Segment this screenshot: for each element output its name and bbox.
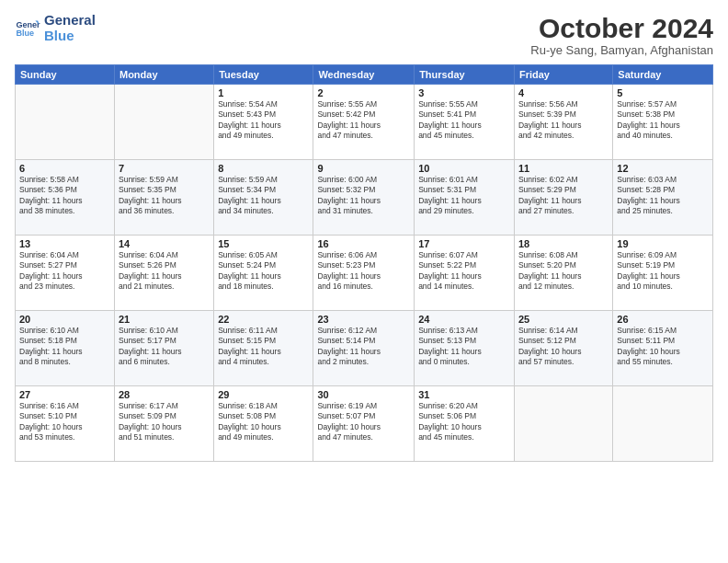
day-number: 5 [617,87,709,98]
day-info: Sunrise: 6:19 AM Sunset: 5:07 PM Dayligh… [317,401,410,443]
day-info: Sunrise: 6:02 AM Sunset: 5:29 PM Dayligh… [518,175,609,217]
day-number: 29 [218,389,309,400]
calendar-cell: 1Sunrise: 5:54 AM Sunset: 5:43 PM Daylig… [214,85,313,160]
day-info: Sunrise: 6:10 AM Sunset: 5:17 PM Dayligh… [119,326,210,368]
day-info: Sunrise: 5:57 AM Sunset: 5:38 PM Dayligh… [617,99,709,142]
calendar-cell: 24Sunrise: 6:13 AM Sunset: 5:13 PM Dayli… [415,311,515,386]
day-number: 16 [317,238,410,249]
day-number: 27 [19,389,110,400]
calendar-cell: 29Sunrise: 6:18 AM Sunset: 5:08 PM Dayli… [214,386,313,462]
week-row-1: 1Sunrise: 5:54 AM Sunset: 5:43 PM Daylig… [16,85,713,160]
day-info: Sunrise: 5:54 AM Sunset: 5:43 PM Dayligh… [218,99,309,142]
day-info: Sunrise: 6:17 AM Sunset: 5:09 PM Dayligh… [119,401,210,443]
day-info: Sunrise: 6:09 AM Sunset: 5:19 PM Dayligh… [617,250,709,293]
day-info: Sunrise: 6:16 AM Sunset: 5:10 PM Dayligh… [19,401,110,443]
day-info: Sunrise: 6:03 AM Sunset: 5:28 PM Dayligh… [617,175,709,217]
day-number: 17 [418,238,510,249]
location: Ru-ye Sang, Bamyan, Afghanistan [530,43,713,57]
week-row-3: 13Sunrise: 6:04 AM Sunset: 5:27 PM Dayli… [16,236,713,311]
day-number: 4 [518,87,609,98]
day-number: 18 [518,238,609,249]
title-block: October 2024 Ru-ye Sang, Bamyan, Afghani… [530,13,713,57]
calendar-cell: 8Sunrise: 5:59 AM Sunset: 5:34 PM Daylig… [214,160,313,236]
calendar-cell: 27Sunrise: 6:16 AM Sunset: 5:10 PM Dayli… [16,386,115,462]
calendar-cell: 30Sunrise: 6:19 AM Sunset: 5:07 PM Dayli… [313,386,415,462]
calendar: SundayMondayTuesdayWednesdayThursdayFrid… [15,64,713,462]
day-number: 12 [617,163,709,174]
day-number: 24 [418,314,510,325]
logo-line1: General [44,13,96,29]
day-number: 2 [317,87,410,98]
day-number: 11 [518,163,609,174]
day-number: 8 [218,163,309,174]
day-info: Sunrise: 6:05 AM Sunset: 5:24 PM Dayligh… [218,250,309,293]
col-header-tuesday: Tuesday [214,65,313,85]
logo-line2: Blue [44,29,96,44]
calendar-cell: 7Sunrise: 5:59 AM Sunset: 5:35 PM Daylig… [114,160,213,236]
day-number: 10 [418,163,510,174]
calendar-cell: 9Sunrise: 6:00 AM Sunset: 5:32 PM Daylig… [313,160,415,236]
calendar-cell: 18Sunrise: 6:08 AM Sunset: 5:20 PM Dayli… [514,236,612,311]
day-info: Sunrise: 6:04 AM Sunset: 5:27 PM Dayligh… [19,250,110,293]
calendar-cell: 19Sunrise: 6:09 AM Sunset: 5:19 PM Dayli… [613,236,713,311]
day-info: Sunrise: 6:14 AM Sunset: 5:12 PM Dayligh… [518,326,609,368]
col-header-wednesday: Wednesday [313,65,415,85]
day-number: 30 [317,389,410,400]
day-number: 1 [218,87,309,98]
day-info: Sunrise: 5:59 AM Sunset: 5:35 PM Dayligh… [119,175,210,217]
calendar-cell: 2Sunrise: 5:55 AM Sunset: 5:42 PM Daylig… [313,85,415,160]
calendar-cell: 28Sunrise: 6:17 AM Sunset: 5:09 PM Dayli… [114,386,213,462]
day-number: 19 [617,238,709,249]
day-info: Sunrise: 6:07 AM Sunset: 5:22 PM Dayligh… [418,250,510,293]
logo: General Blue General Blue [15,13,96,43]
calendar-cell: 25Sunrise: 6:14 AM Sunset: 5:12 PM Dayli… [514,311,612,386]
col-header-saturday: Saturday [613,65,713,85]
col-header-friday: Friday [514,65,612,85]
calendar-cell: 31Sunrise: 6:20 AM Sunset: 5:06 PM Dayli… [415,386,515,462]
calendar-cell: 23Sunrise: 6:12 AM Sunset: 5:14 PM Dayli… [313,311,415,386]
calendar-cell [514,386,612,462]
calendar-cell: 3Sunrise: 5:55 AM Sunset: 5:41 PM Daylig… [415,85,515,160]
week-row-2: 6Sunrise: 5:58 AM Sunset: 5:36 PM Daylig… [16,160,713,236]
day-number: 3 [418,87,510,98]
calendar-cell: 14Sunrise: 6:04 AM Sunset: 5:26 PM Dayli… [114,236,213,311]
calendar-cell: 26Sunrise: 6:15 AM Sunset: 5:11 PM Dayli… [613,311,713,386]
day-info: Sunrise: 5:55 AM Sunset: 5:42 PM Dayligh… [317,99,410,142]
calendar-cell: 21Sunrise: 6:10 AM Sunset: 5:17 PM Dayli… [114,311,213,386]
day-info: Sunrise: 6:12 AM Sunset: 5:14 PM Dayligh… [317,326,410,368]
day-info: Sunrise: 6:13 AM Sunset: 5:13 PM Dayligh… [418,326,510,368]
day-number: 14 [119,238,210,249]
day-info: Sunrise: 6:00 AM Sunset: 5:32 PM Dayligh… [317,175,410,217]
calendar-cell: 12Sunrise: 6:03 AM Sunset: 5:28 PM Dayli… [613,160,713,236]
day-info: Sunrise: 6:11 AM Sunset: 5:15 PM Dayligh… [218,326,309,368]
calendar-cell: 6Sunrise: 5:58 AM Sunset: 5:36 PM Daylig… [16,160,115,236]
day-info: Sunrise: 6:06 AM Sunset: 5:23 PM Dayligh… [317,250,410,293]
week-row-4: 20Sunrise: 6:10 AM Sunset: 5:18 PM Dayli… [16,311,713,386]
day-info: Sunrise: 5:58 AM Sunset: 5:36 PM Dayligh… [19,175,110,217]
day-info: Sunrise: 6:20 AM Sunset: 5:06 PM Dayligh… [418,401,510,443]
week-row-5: 27Sunrise: 6:16 AM Sunset: 5:10 PM Dayli… [16,386,713,462]
col-header-monday: Monday [114,65,213,85]
calendar-cell [114,85,213,160]
day-info: Sunrise: 5:59 AM Sunset: 5:34 PM Dayligh… [218,175,309,217]
day-info: Sunrise: 6:15 AM Sunset: 5:11 PM Dayligh… [617,326,709,368]
day-number: 7 [119,163,210,174]
day-number: 25 [518,314,609,325]
day-info: Sunrise: 6:08 AM Sunset: 5:20 PM Dayligh… [518,250,609,293]
day-info: Sunrise: 5:55 AM Sunset: 5:41 PM Dayligh… [418,99,510,142]
day-number: 21 [119,314,210,325]
calendar-cell: 15Sunrise: 6:05 AM Sunset: 5:24 PM Dayli… [214,236,313,311]
day-number: 13 [19,238,110,249]
day-number: 28 [119,389,210,400]
day-number: 15 [218,238,309,249]
month-title: October 2024 [530,13,713,43]
day-info: Sunrise: 6:01 AM Sunset: 5:31 PM Dayligh… [418,175,510,217]
day-number: 20 [19,314,110,325]
day-info: Sunrise: 6:04 AM Sunset: 5:26 PM Dayligh… [119,250,210,293]
svg-text:Blue: Blue [16,29,34,38]
calendar-header-row: SundayMondayTuesdayWednesdayThursdayFrid… [16,65,713,85]
day-number: 6 [19,163,110,174]
calendar-cell: 4Sunrise: 5:56 AM Sunset: 5:39 PM Daylig… [514,85,612,160]
day-info: Sunrise: 6:18 AM Sunset: 5:08 PM Dayligh… [218,401,309,443]
calendar-cell: 20Sunrise: 6:10 AM Sunset: 5:18 PM Dayli… [16,311,115,386]
